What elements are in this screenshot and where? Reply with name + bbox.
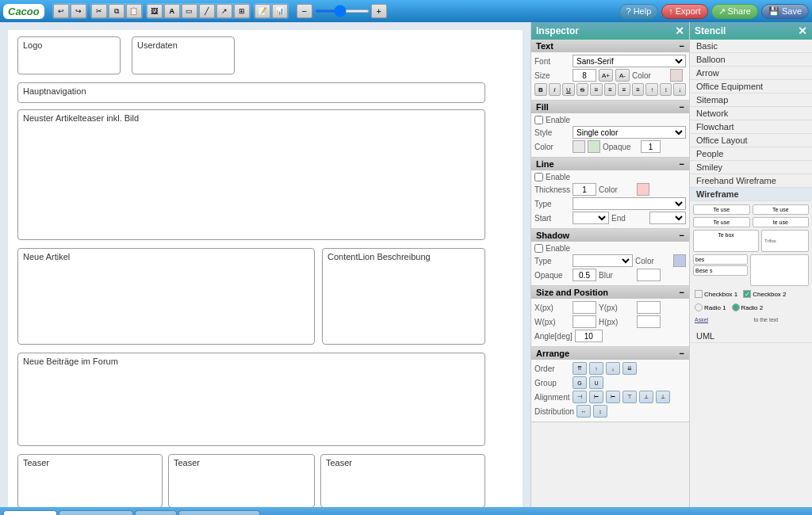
text-color-picker[interactable] [670,69,683,82]
canvas-area[interactable]: Logo Userdaten Hauptnavigation Neuster A… [0,22,530,507]
size-decrease-btn[interactable]: A- [615,69,630,82]
stencil-item-office-layout[interactable]: Office Layout [690,134,812,147]
text-down-btn[interactable]: ↓ [673,83,686,96]
align-middle-btn[interactable]: ⊥ [639,391,653,403]
align-center-h-btn[interactable]: ⊢ [589,391,603,403]
contentlion-element[interactable]: ContentLion Beschreibung [322,248,485,345]
hauptnavigation-element[interactable]: Hauptnavigation [17,82,485,103]
stencil-item-freehand-wireframe[interactable]: Freehand Wireframe [690,174,812,188]
align-justify-btn[interactable]: ≡ [632,83,645,96]
share-button[interactable]: ↗ Share [711,4,758,19]
shadow-enable-checkbox[interactable] [534,244,543,253]
dist-v-btn[interactable]: ↕ [593,405,607,418]
chart-button[interactable]: 📊 [272,4,288,18]
tab-artikel[interactable]: Artikel [135,510,177,515]
inspector-text-header[interactable]: Text − [531,40,689,52]
order-backward-btn[interactable]: ↓ [606,362,620,375]
fill-color-picker[interactable] [573,140,585,153]
order-front-btn[interactable]: ⇈ [573,362,587,375]
align-right-btn[interactable]: ≡ [618,83,630,96]
stencil-close-button[interactable]: ✕ [798,25,807,37]
line-start-select[interactable] [573,212,609,224]
stencil-preview-btn-teuse4[interactable]: te use [753,217,810,227]
bold-btn[interactable]: B [534,83,547,96]
text-up-btn[interactable]: ↑ [645,83,658,96]
note-button[interactable]: 📝 [255,4,270,18]
image-button[interactable]: 🖼 [147,4,163,18]
stencil-preview-checkbox2[interactable]: ✓ Checkbox 2 [741,288,787,299]
angle-input[interactable] [575,330,603,342]
fill-color-picker2[interactable] [588,140,600,153]
stencil-preview-radio2[interactable]: Radio 2 [730,302,765,313]
group-btn[interactable]: G [573,376,587,389]
align-top-btn[interactable]: ⊤ [622,391,637,403]
shadow-color-picker[interactable] [673,254,686,267]
inspector-shadow-header[interactable]: Shadow − [531,229,689,242]
save-button[interactable]: 💾 Save [761,4,809,19]
artikelteaser-element[interactable]: Neuster Artikelteaser inkl. Bild [17,109,485,240]
italic-btn[interactable]: I [549,83,561,96]
stencil-preview-link1[interactable]: Askel [693,315,750,324]
neue-beitraege-element[interactable]: Neue Beiträge im Forum [17,353,485,446]
shadow-type-select[interactable] [573,254,633,267]
size-increase-btn[interactable]: A+ [599,69,613,82]
stencil-item-flowchart[interactable]: Flowchart [690,120,812,134]
align-right-btn[interactable]: ⊢ [606,391,620,403]
inspector-arrange-header[interactable]: Arrange − [531,347,689,360]
copy-button[interactable]: ⧉ [109,4,124,18]
logo-element[interactable]: Logo [17,36,121,74]
line-type-select[interactable] [573,197,686,210]
order-forward-btn[interactable]: ↑ [589,362,603,375]
stencil-item-sitemap[interactable]: Sitemap [690,93,812,107]
underline-btn[interactable]: U [562,83,575,96]
align-bottom-btn[interactable]: ⊥ [656,391,670,403]
inspector-line-header[interactable]: Line − [531,158,689,170]
cut-button[interactable]: ✂ [91,4,107,18]
stencil-preview-btn-teuse2[interactable]: Te use [753,204,810,215]
teaser2-element[interactable]: Teaser [168,454,315,507]
stencil-preview-textarea[interactable] [750,254,810,286]
stencil-preview-radio1[interactable]: Radio 1 [693,302,728,313]
stencil-preview-btn-teuse3[interactable]: Te use [693,217,750,227]
inspector-size-header[interactable]: Size and Position − [531,286,689,299]
font-select[interactable]: Sans-Serif [573,55,686,67]
line-button[interactable]: ╱ [199,4,215,18]
inspector-close-button[interactable]: ✕ [675,25,684,37]
table-button[interactable]: ⊞ [234,4,250,18]
stencil-item-balloon[interactable]: Balloon [690,53,812,67]
x-input[interactable] [573,301,596,314]
stencil-preview-input[interactable]: bes [693,254,748,265]
fill-style-select[interactable]: Single color [573,126,686,139]
zoom-slider[interactable] [314,10,370,13]
tab-startseite-blog[interactable]: Startseite Blog [59,510,133,515]
stencil-item-network[interactable]: Network [690,107,812,120]
fill-enable-checkbox[interactable] [534,116,543,124]
align-center-btn[interactable]: ≡ [604,83,617,96]
stencil-preview-btn-teuse1[interactable]: Te use [693,204,750,215]
stencil-item-people[interactable]: People [690,147,812,161]
size-input[interactable] [573,69,596,82]
h-input[interactable] [637,315,661,328]
zoom-out-button[interactable]: − [297,4,312,18]
tab-startseite[interactable]: Startseite [3,510,57,515]
stencil-item-basic[interactable]: Basic [690,40,812,53]
shadow-opaque-input[interactable] [573,269,596,281]
teaser3-element[interactable]: Teaser [320,454,485,507]
neue-artikel-element[interactable]: Neue Artikel [17,248,315,345]
connector-button[interactable]: ↗ [216,4,232,18]
stencil-preview-btn-tebox[interactable]: Te box [693,230,759,252]
strikethrough-btn[interactable]: S [576,83,589,96]
stencil-item-wireframe[interactable]: Wireframe [690,188,812,201]
paste-button[interactable]: 📋 [126,4,142,18]
help-button[interactable]: ? Help [619,4,659,19]
teaser1-element[interactable]: Teaser [17,454,163,507]
text-mid-btn[interactable]: ↕ [660,83,672,96]
stencil-preview-input2[interactable]: Bese s [693,265,748,276]
stencil-preview-box-trifox[interactable]: Trifox [761,230,809,252]
text-button[interactable]: A [164,4,180,18]
undo-button[interactable]: ↩ [53,4,69,18]
redo-button[interactable]: ↪ [71,4,86,18]
ungroup-btn[interactable]: U [589,376,603,389]
line-thickness-input[interactable] [573,183,596,196]
order-back-btn[interactable]: ⇊ [622,362,637,375]
